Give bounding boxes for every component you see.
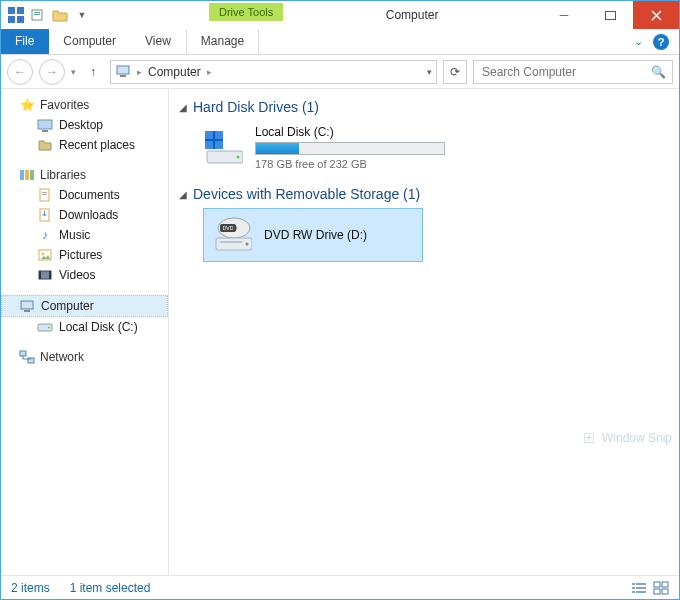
svg-rect-25 [24, 310, 30, 312]
sidebar-item-network[interactable]: Network [1, 347, 168, 367]
svg-rect-7 [605, 11, 615, 19]
selection-count: 1 item selected [70, 581, 151, 595]
svg-rect-51 [662, 582, 668, 587]
svg-rect-52 [654, 589, 660, 594]
svg-rect-6 [34, 14, 40, 15]
hard-drive-icon [203, 130, 243, 166]
svg-rect-53 [662, 589, 668, 594]
close-button[interactable] [633, 1, 679, 29]
sidebar-item-local-disk[interactable]: Local Disk (C:) [1, 317, 168, 337]
computer-icon [19, 298, 35, 314]
search-box[interactable]: 🔍 [473, 60, 673, 84]
back-button[interactable]: ← [7, 59, 33, 85]
help-icon[interactable]: ? [653, 34, 669, 50]
svg-rect-10 [38, 120, 52, 129]
svg-rect-47 [636, 587, 646, 589]
network-icon [19, 349, 35, 365]
plus-icon: + [584, 433, 594, 443]
dvd-drive-icon: DVD [212, 217, 252, 253]
svg-rect-32 [215, 131, 223, 139]
sidebar-group-libraries[interactable]: Libraries [1, 165, 168, 185]
videos-icon [37, 267, 53, 283]
sidebar-item-pictures[interactable]: Pictures [1, 245, 168, 265]
maximize-button[interactable] [587, 1, 633, 29]
sidebar-item-documents[interactable]: Documents [1, 185, 168, 205]
svg-point-36 [237, 155, 240, 158]
svg-point-20 [42, 253, 45, 256]
details-view-icon[interactable] [631, 581, 647, 595]
svg-rect-22 [39, 271, 41, 279]
svg-rect-33 [205, 141, 213, 149]
svg-rect-31 [205, 131, 213, 139]
svg-rect-48 [632, 591, 635, 593]
drive-name: Local Disk (C:) [255, 125, 445, 139]
music-icon: ♪ [37, 227, 53, 243]
address-dropdown-icon[interactable]: ▾ [427, 67, 432, 77]
qat-dropdown-icon[interactable]: ▼ [73, 6, 91, 24]
svg-rect-1 [17, 7, 24, 14]
minimize-button[interactable]: ─ [541, 1, 587, 29]
free-space-label: 178 GB free of 232 GB [255, 158, 445, 170]
tiles-view-icon[interactable] [653, 581, 669, 595]
desktop-icon [37, 117, 53, 133]
sidebar-item-downloads[interactable]: Downloads [1, 205, 168, 225]
sidebar-label: Favorites [40, 98, 89, 112]
svg-rect-11 [42, 130, 48, 132]
drive-item-local-disk[interactable]: Local Disk (C:) 178 GB free of 232 GB [179, 121, 669, 178]
svg-point-43 [246, 243, 249, 246]
window-controls: ─ [541, 1, 679, 29]
section-header-hdd[interactable]: ◢ Hard Disk Drives (1) [179, 99, 669, 115]
svg-rect-17 [42, 194, 47, 195]
drive-name: DVD RW Drive (D:) [264, 228, 367, 242]
collapse-icon[interactable]: ◢ [179, 189, 187, 200]
svg-rect-28 [20, 351, 26, 356]
search-icon[interactable]: 🔍 [651, 65, 666, 79]
svg-rect-2 [8, 16, 15, 23]
svg-rect-44 [632, 583, 635, 585]
svg-rect-3 [17, 16, 24, 23]
section-header-removable[interactable]: ◢ Devices with Removable Storage (1) [179, 186, 669, 202]
svg-rect-0 [8, 7, 15, 14]
properties-icon[interactable] [29, 6, 47, 24]
content-pane: ◢ Hard Disk Drives (1) Local Disk (C:) 1… [169, 89, 679, 575]
context-tab-drive-tools[interactable]: Drive Tools [209, 3, 283, 21]
capacity-bar [255, 142, 445, 155]
svg-rect-23 [49, 271, 51, 279]
sidebar-item-videos[interactable]: Videos [1, 265, 168, 285]
sidebar-group-favorites[interactable]: ⭐ Favorites [1, 95, 168, 115]
forward-button[interactable]: → [39, 59, 65, 85]
address-bar[interactable]: ▸ Computer ▸ ▾ [110, 60, 437, 84]
svg-rect-49 [636, 591, 646, 593]
tab-computer[interactable]: Computer [49, 29, 131, 54]
computer-icon [115, 64, 131, 80]
up-button[interactable]: ↑ [82, 61, 104, 83]
sidebar-label: Computer [41, 299, 94, 313]
svg-rect-13 [25, 170, 29, 180]
breadcrumb[interactable]: Computer [148, 65, 201, 79]
sidebar-item-recent-places[interactable]: Recent places [1, 135, 168, 155]
refresh-button[interactable]: ⟳ [443, 60, 467, 84]
sidebar-item-desktop[interactable]: Desktop [1, 115, 168, 135]
sidebar-item-music[interactable]: ♪Music [1, 225, 168, 245]
pictures-icon [37, 247, 53, 263]
svg-rect-16 [42, 192, 47, 193]
titlebar: ▼ Drive Tools Computer ─ [1, 1, 679, 29]
collapse-icon[interactable]: ◢ [179, 102, 187, 113]
tab-manage[interactable]: Manage [186, 29, 259, 54]
svg-point-27 [48, 327, 50, 329]
ribbon-tabs: File Computer View Manage ⌄ ? [1, 29, 679, 55]
ribbon-expand-icon[interactable]: ⌄ [634, 35, 643, 48]
history-dropdown-icon[interactable]: ▾ [71, 67, 76, 77]
svg-rect-50 [654, 582, 660, 587]
tab-view[interactable]: View [131, 29, 186, 54]
search-input[interactable] [480, 64, 651, 80]
window-title: Computer [283, 1, 541, 29]
drive-item-dvd[interactable]: DVD DVD RW Drive (D:) [203, 208, 423, 262]
tab-file[interactable]: File [1, 29, 49, 54]
svg-rect-9 [120, 75, 126, 77]
folder-icon[interactable] [51, 6, 69, 24]
sidebar-item-computer[interactable]: Computer [1, 295, 168, 317]
navigation-pane: ⭐ Favorites Desktop Recent places Librar… [1, 89, 169, 575]
breadcrumb-sep-icon[interactable]: ▸ [207, 67, 212, 77]
svg-rect-34 [215, 141, 223, 149]
